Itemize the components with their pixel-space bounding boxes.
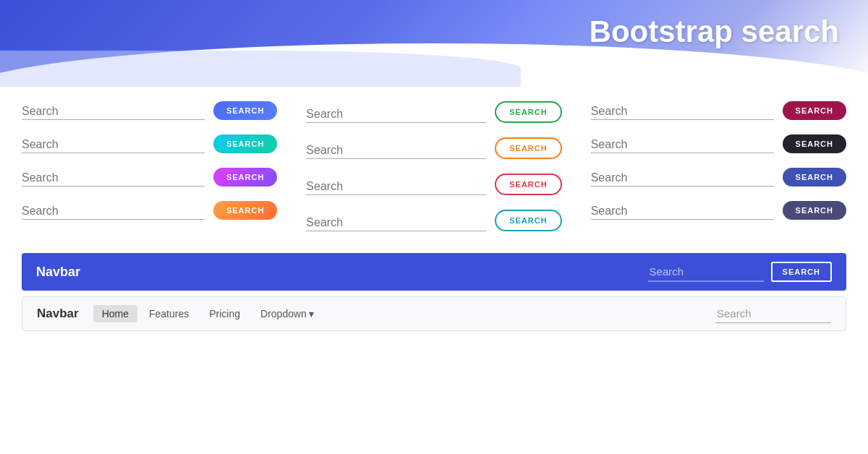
search-input-1-1[interactable]: [22, 103, 205, 120]
search-button-3-2[interactable]: SEARCH: [783, 134, 846, 153]
search-input-2-4[interactable]: [306, 215, 486, 231]
navbar-light-search-wrap: [715, 304, 831, 323]
search-input-wrap: [22, 137, 205, 153]
nav-item-features[interactable]: Features: [140, 305, 197, 322]
navbar-light: Navbar Home Features Pricing Dropdown ▾: [22, 296, 846, 331]
navbar-dark-search-input[interactable]: [648, 262, 764, 282]
search-row: SEARCH: [306, 137, 561, 159]
search-input-2-2[interactable]: [306, 142, 486, 159]
search-input-wrap: [306, 142, 486, 159]
search-input-3-2[interactable]: [591, 137, 774, 153]
chevron-down-icon: ▾: [309, 308, 314, 320]
search-button-3-4[interactable]: SEARCH: [783, 201, 846, 220]
search-button-3-1[interactable]: SEARCH: [783, 101, 846, 120]
navbar-dark: Navbar SEARCH: [22, 253, 846, 291]
search-button-1-4[interactable]: SEARCH: [213, 201, 277, 220]
search-button-2-4[interactable]: SEARCH: [495, 210, 561, 231]
search-input-wrap: [306, 215, 486, 231]
search-row: SEARCH: [306, 174, 561, 195]
navbar-light-brand: Navbar: [37, 307, 79, 321]
search-row: SEARCH: [306, 210, 561, 231]
search-button-2-1[interactable]: SEARCH: [495, 101, 561, 123]
search-button-1-2[interactable]: SEARCH: [213, 134, 277, 153]
search-button-1-1[interactable]: SEARCH: [213, 101, 277, 120]
search-row: SEARCH: [22, 201, 277, 220]
navbar-light-nav: Home Features Pricing Dropdown ▾: [93, 305, 715, 322]
search-button-2-2[interactable]: SEARCH: [495, 137, 561, 159]
search-input-wrap: [22, 170, 205, 187]
search-input-wrap: [591, 170, 774, 187]
search-button-2-3[interactable]: SEARCH: [495, 174, 561, 195]
search-input-3-4[interactable]: [591, 203, 774, 220]
search-row: SEARCH: [22, 101, 277, 120]
navbar-dark-brand: Navbar: [36, 265, 648, 280]
search-row: SEARCH: [591, 201, 846, 220]
search-row: SEARCH: [591, 168, 846, 187]
search-row: SEARCH: [306, 101, 561, 123]
search-input-wrap: [591, 203, 774, 220]
search-row: SEARCH: [22, 168, 277, 187]
search-row: SEARCH: [591, 134, 846, 153]
navbar-dark-search-button[interactable]: SEARCH: [771, 262, 832, 282]
search-row: SEARCH: [22, 134, 277, 153]
nav-item-home[interactable]: Home: [93, 305, 137, 322]
search-button-3-3[interactable]: SEARCH: [783, 168, 846, 187]
search-column-2: SEARCH SEARCH SEARCH SEARCH: [306, 101, 561, 246]
search-input-1-3[interactable]: [22, 170, 205, 187]
search-input-1-2[interactable]: [22, 137, 205, 153]
search-input-3-3[interactable]: [591, 170, 774, 187]
search-row: SEARCH: [591, 101, 846, 120]
search-input-wrap: [591, 137, 774, 153]
search-button-1-3[interactable]: SEARCH: [213, 168, 277, 187]
search-column-1: SEARCH SEARCH SEARCH SEARCH: [22, 101, 277, 246]
search-column-3: SEARCH SEARCH SEARCH SEARCH: [591, 101, 846, 246]
page-title: Bootstrap search: [590, 14, 839, 49]
nav-item-dropdown[interactable]: Dropdown ▾: [252, 305, 323, 322]
search-grid: SEARCH SEARCH SEARCH SEARCH: [22, 101, 846, 246]
main-content: SEARCH SEARCH SEARCH SEARCH: [0, 87, 868, 338]
search-input-1-4[interactable]: [22, 203, 205, 220]
navbar-light-search-input[interactable]: [715, 304, 831, 323]
header: Bootstrap search: [0, 0, 868, 87]
search-input-3-1[interactable]: [591, 103, 774, 120]
search-input-wrap: [306, 179, 486, 195]
search-input-wrap: [591, 103, 774, 120]
search-input-wrap: [22, 103, 205, 120]
search-input-2-1[interactable]: [306, 106, 486, 123]
search-input-2-3[interactable]: [306, 179, 486, 195]
nav-item-pricing[interactable]: Pricing: [200, 305, 249, 322]
search-input-wrap: [306, 106, 486, 123]
search-input-wrap: [22, 203, 205, 220]
navbar-dark-search-wrap: SEARCH: [648, 262, 832, 282]
